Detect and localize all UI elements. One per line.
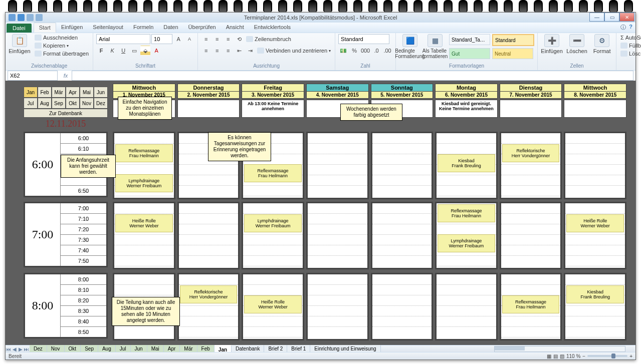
orientation-icon[interactable]: ⟲	[234, 34, 244, 44]
zoom-in-icon[interactable]: +	[629, 353, 632, 359]
month-feb[interactable]: Feb	[38, 87, 52, 98]
day-column[interactable]	[371, 273, 434, 340]
align-right-icon[interactable]: ≡	[223, 46, 233, 56]
day-column[interactable]	[306, 273, 369, 340]
cut-button[interactable]: Ausschneiden	[34, 34, 90, 41]
appointment[interactable]: LymphdrainageWerner Freibaum	[115, 174, 173, 192]
align-left-icon[interactable]: ≡	[201, 46, 211, 56]
day-column[interactable]	[371, 202, 434, 269]
ribbon-tab-start[interactable]: Start	[34, 23, 56, 33]
day-column[interactable]: LymphdrainageWerner Freibaum	[242, 202, 304, 269]
sheet-tab[interactable]: Nov	[47, 345, 65, 352]
minimize-button[interactable]: —	[589, 13, 604, 22]
day-column[interactable]: ReflexmassageFrau HeilmannLymphdrainageW…	[435, 202, 498, 269]
sheet-tab[interactable]: Jun	[131, 345, 147, 352]
sheet-tab[interactable]: Aug	[98, 345, 116, 352]
maximize-button[interactable]: ▭	[604, 13, 619, 22]
sheet-tab[interactable]: Mär	[180, 345, 197, 352]
view-break-icon[interactable]: ▧	[560, 353, 564, 359]
appointment[interactable]: LymphdrainageWerner Freibaum	[244, 214, 302, 232]
ribbon-tab-ansicht[interactable]: Ansicht	[221, 23, 249, 33]
appointment[interactable]: ReflektorischeHerr Vondergönner	[180, 285, 238, 303]
file-tab[interactable]: Datei	[7, 24, 32, 33]
appointment[interactable]: Heiße RolleWerner Weber	[115, 214, 173, 232]
dec-indent-icon[interactable]: ⇤	[234, 46, 244, 56]
month-apr[interactable]: Apr	[66, 87, 80, 98]
day-column[interactable]	[371, 132, 434, 199]
style-neutral[interactable]: Neutral	[492, 48, 533, 59]
fx-icon[interactable]: fx	[60, 73, 72, 79]
appointment[interactable]: KiesbadFrank Breuling	[438, 154, 495, 172]
sheet-tab[interactable]: Einrichtung und Einweisung	[310, 345, 380, 352]
appointment[interactable]: ReflexmassageFrau Heilmann	[438, 204, 495, 222]
appointment[interactable]: ReflexmassageFrau Heilmann	[502, 295, 560, 313]
style-standard-ta[interactable]: Standard_Ta…	[449, 34, 490, 45]
appointment[interactable]: ReflexmassageFrau Heilmann	[244, 164, 302, 182]
align-top-icon[interactable]: ≡	[201, 34, 211, 44]
paste-button[interactable]: 📋Einfügen	[9, 34, 31, 54]
percent-icon[interactable]: %	[349, 46, 359, 56]
font-size-combo[interactable]: 10	[151, 34, 172, 44]
tab-last-icon[interactable]: ⏭	[24, 346, 30, 352]
ribbon-tab-überprüfen[interactable]: Überprüfen	[183, 23, 221, 33]
align-center-icon[interactable]: ≡	[212, 46, 222, 56]
merge-button[interactable]: Verbinden und zentrieren▾	[256, 47, 332, 54]
style-standard[interactable]: Standard	[492, 34, 534, 46]
close-button[interactable]: ✕	[619, 13, 634, 22]
delete-cells-button[interactable]: ➖Löschen	[566, 34, 588, 54]
day-column[interactable]: KiesbadFrank Breuling	[564, 273, 626, 340]
day-column[interactable]	[306, 132, 369, 199]
day-note-cell[interactable]	[177, 100, 240, 118]
sheet-tab[interactable]: Dez	[30, 345, 47, 352]
quick-access-toolbar[interactable]	[6, 14, 46, 21]
sheet-tab[interactable]: Brief 2	[264, 345, 287, 352]
redo-icon[interactable]	[36, 14, 43, 21]
ribbon-tab-daten[interactable]: Daten	[158, 23, 183, 33]
undo-icon[interactable]	[27, 14, 34, 21]
insert-cells-button[interactable]: ➕Einfügen	[541, 34, 563, 54]
h-scrollbar[interactable]	[494, 346, 625, 352]
zoom-slider[interactable]	[587, 355, 627, 357]
day-column[interactable]	[306, 202, 369, 269]
month-nov[interactable]: Nov	[80, 98, 94, 109]
appointment[interactable]: LymphdrainageWerner Freibaum	[438, 234, 495, 252]
month-okt[interactable]: Okt	[66, 98, 80, 109]
wrap-text-button[interactable]: Zeilenumbruch	[245, 36, 292, 43]
appointment[interactable]: Heiße RolleWerner Weber	[566, 214, 624, 232]
minimize-ribbon-icon[interactable]: ⓘ	[620, 24, 626, 31]
month-dez[interactable]: Dez	[94, 98, 108, 109]
day-column[interactable]: Heiße RolleWerner Weber	[113, 202, 175, 269]
grow-font-icon[interactable]: A	[173, 34, 183, 44]
day-column[interactable]: Heiße RolleWerner Weber	[242, 273, 304, 340]
day-note-cell[interactable]	[564, 100, 626, 118]
sheet-tab[interactable]: Apr	[164, 345, 180, 352]
fill-color-button[interactable]: ⬙	[140, 46, 150, 56]
sheet-tab[interactable]: Brief 1	[287, 345, 310, 352]
day-column[interactable]	[564, 132, 626, 199]
ribbon-tab-entwicklertools[interactable]: Entwicklertools	[249, 23, 296, 33]
number-format-combo[interactable]: Standard	[338, 34, 389, 44]
month-mär[interactable]: Mär	[52, 87, 66, 98]
font-name-combo[interactable]: Arial	[96, 34, 150, 44]
align-mid-icon[interactable]: ≡	[212, 34, 222, 44]
currency-icon[interactable]: 💵	[338, 46, 348, 56]
database-link[interactable]: Zur Datenbank	[24, 109, 108, 118]
sheet-tab[interactable]: Feb	[197, 345, 215, 352]
ribbon-tab-formeln[interactable]: Formeln	[128, 23, 158, 33]
month-sep[interactable]: Sep	[52, 98, 66, 109]
dec-decimal-icon[interactable]: .00	[382, 46, 392, 56]
day-column[interactable]	[500, 202, 562, 269]
appointment[interactable]: ReflektorischeHerr Vondergönner	[502, 144, 560, 162]
inc-indent-icon[interactable]: ⇥	[245, 46, 255, 56]
copy-button[interactable]: Kopieren▾	[34, 42, 90, 49]
sheet-tab[interactable]: Okt	[65, 345, 81, 352]
view-normal-icon[interactable]: ▦	[547, 353, 551, 359]
thousands-icon[interactable]: 000	[360, 46, 370, 56]
view-layout-icon[interactable]: ▤	[553, 353, 558, 359]
sheet-tab[interactable]: Mai	[147, 345, 164, 352]
name-box[interactable]: X62	[8, 71, 58, 81]
inc-decimal-icon[interactable]: .0	[371, 46, 381, 56]
day-column[interactable]: ReflexmassageFrau HeilmannLymphdrainageW…	[113, 132, 175, 199]
shrink-font-icon[interactable]: A	[184, 34, 194, 44]
zoom-out-icon[interactable]: −	[582, 353, 585, 359]
